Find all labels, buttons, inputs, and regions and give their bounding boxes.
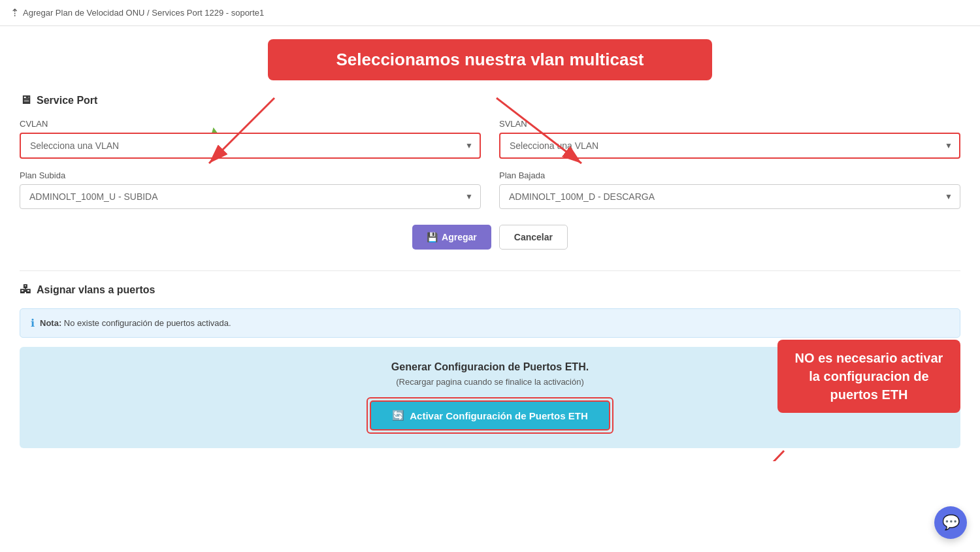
agregar-button[interactable]: 💾 Agregar xyxy=(412,225,491,250)
refresh-icon: 🔄 xyxy=(392,410,404,421)
save-icon: 💾 xyxy=(427,232,438,242)
plan-bajada-label: Plan Bajada xyxy=(499,170,960,180)
plan-subida-select[interactable]: ADMINOLT_100M_U - SUBIDA xyxy=(20,184,481,209)
breadcrumb-text: Agregar Plan de Velocidad ONU / Services… xyxy=(23,8,264,18)
nota-box: ℹ Nota: No existe configuración de puert… xyxy=(20,308,960,338)
cvlan-label: CVLAN xyxy=(20,119,481,129)
asignar-vlans-header: 🖧 Asignar vlans a puertos xyxy=(20,283,960,297)
plan-subida-label: Plan Subida xyxy=(20,170,481,180)
nota-text: No existe configuración de puertos activ… xyxy=(64,318,231,328)
vlan-row: CVLAN Selecciona una VLAN ▼ SVLAN Selecc… xyxy=(20,119,960,159)
annotation-right-banner: NO es necesario activar la configuracion… xyxy=(777,340,960,413)
cvlan-select[interactable]: Selecciona una VLAN xyxy=(20,133,481,159)
annotation-top-banner: Seleccionamos nuestra vlan multicast xyxy=(268,39,712,80)
form-buttons: 💾 Agregar Cancelar xyxy=(20,225,960,250)
server2-icon: 🖧 xyxy=(20,283,31,297)
plan-bajada-group: Plan Bajada ADMINOLT_100M_D - DESCARGA ▼ xyxy=(499,170,960,209)
page-content: Seleccionamos nuestra vlan multicast 🖥 S… xyxy=(0,26,980,461)
plan-bajada-select[interactable]: ADMINOLT_100M_D - DESCARGA xyxy=(499,184,960,209)
activar-button[interactable]: 🔄 Activar Configuración de Puertos ETH xyxy=(370,400,610,430)
asignar-vlans-label: Asignar vlans a puertos xyxy=(37,284,155,296)
svlan-select[interactable]: Selecciona una VLAN xyxy=(499,133,960,159)
plan-subida-select-wrapper: ADMINOLT_100M_U - SUBIDA ▼ xyxy=(20,184,481,209)
cvlan-select-wrapper: Selecciona una VLAN ▼ xyxy=(20,133,481,159)
plan-bajada-select-wrapper: ADMINOLT_100M_D - DESCARGA ▼ xyxy=(499,184,960,209)
wifi-icon: ⇡ xyxy=(10,7,19,19)
svlan-select-wrapper: Selecciona una VLAN ▼ xyxy=(499,133,960,159)
cvlan-group: CVLAN Selecciona una VLAN ▼ xyxy=(20,119,481,159)
service-port-section: 🖥 Service Port CVLAN Selecciona una VLAN… xyxy=(20,93,960,250)
cancelar-button[interactable]: Cancelar xyxy=(499,225,568,250)
svlan-group: SVLAN Selecciona una VLAN ▼ xyxy=(499,119,960,159)
service-port-header: 🖥 Service Port xyxy=(20,93,960,107)
svlan-label: SVLAN xyxy=(499,119,960,129)
service-port-label: Service Port xyxy=(37,95,97,106)
plan-subida-group: Plan Subida ADMINOLT_100M_U - SUBIDA ▼ xyxy=(20,170,481,209)
nota-prefix: Nota: xyxy=(40,318,61,328)
breadcrumb-bar: ⇡ Agregar Plan de Velocidad ONU / Servic… xyxy=(0,0,980,26)
nota-content: Nota: No existe configuración de puertos… xyxy=(40,318,231,328)
info-icon: ℹ xyxy=(31,317,35,329)
activar-button-wrapper: 🔄 Activar Configuración de Puertos ETH xyxy=(367,397,613,434)
section-divider xyxy=(20,270,960,271)
server-icon: 🖥 xyxy=(20,93,31,107)
plan-row: Plan Subida ADMINOLT_100M_U - SUBIDA ▼ P… xyxy=(20,170,960,209)
